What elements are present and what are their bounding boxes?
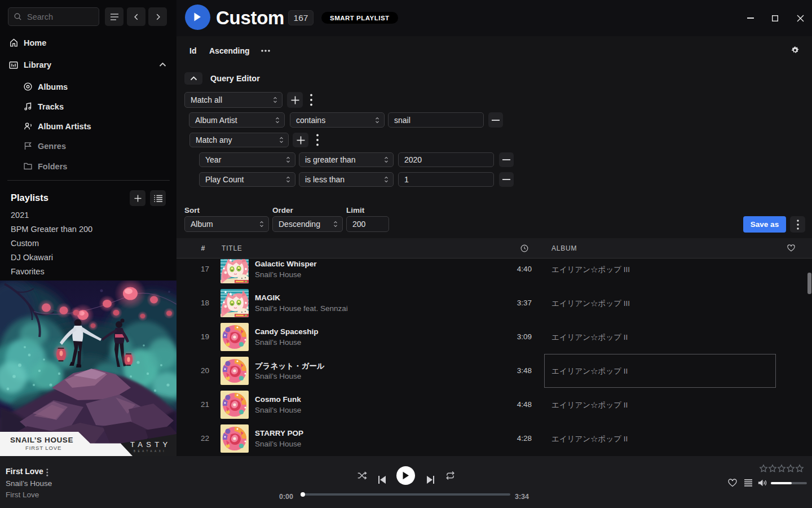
svg-text:SNAIL’S HOUSE: SNAIL’S HOUSE (10, 436, 73, 444)
svg-text:FIRST LOVE: FIRST LOVE (25, 445, 61, 451)
svg-text:TASTY: TASTY (130, 440, 171, 449)
svg-text:BEATAAXI: BEATAAXI (134, 450, 166, 453)
